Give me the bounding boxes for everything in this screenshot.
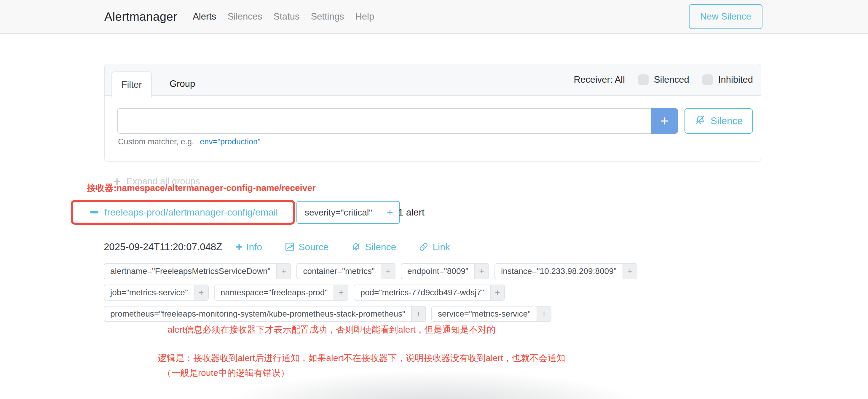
nav-item-alerts[interactable]: Alerts <box>193 11 216 22</box>
add-group-matcher-button[interactable]: + <box>380 202 399 223</box>
filter-options: Receiver: All Silenced Inhibited <box>574 64 753 95</box>
plus-icon: + <box>236 241 242 252</box>
alert-header-row: 2025-09-24T11:20:07.048Z + Info Source <box>104 237 450 257</box>
alert-label-tag: endpoint="8009"+ <box>401 263 489 279</box>
alert-label-text: alertname="FreeleapsMetricsServiceDown" <box>104 264 276 279</box>
link-button[interactable]: Link <box>418 242 450 252</box>
group-receiver-name: freeleaps-prod/alertmanager-config/email <box>104 207 278 218</box>
bell-slash-icon <box>351 242 361 252</box>
app-brand[interactable]: Alertmanager <box>104 10 177 23</box>
add-label-filter-button[interactable]: + <box>474 264 489 279</box>
tab-filter[interactable]: Filter <box>112 71 152 97</box>
chart-icon <box>285 242 295 252</box>
navbar: Alertmanager Alerts Silences Status Sett… <box>0 0 868 34</box>
source-button[interactable]: Source <box>285 242 329 252</box>
add-label-filter-button[interactable]: + <box>536 307 551 321</box>
add-label-filter-button[interactable]: + <box>276 264 290 279</box>
add-label-filter-button[interactable]: + <box>334 285 348 300</box>
receiver-filter[interactable]: Receiver: All <box>574 74 625 85</box>
add-label-filter-button[interactable]: + <box>623 264 637 279</box>
filter-silence-button[interactable]: Silence <box>684 108 753 134</box>
label-row: prometheus="freeleaps-monitoring-system/… <box>104 306 638 322</box>
link-icon <box>418 242 429 252</box>
matcher-input[interactable] <box>117 108 651 134</box>
alert-label-text: container="metrics" <box>297 264 381 279</box>
silence-alert-button[interactable]: Silence <box>351 242 396 252</box>
nav-item-settings[interactable]: Settings <box>311 11 344 22</box>
filter-silence-label: Silence <box>711 115 743 127</box>
collapse-group-button[interactable]: freeleaps-prod/alertmanager-config/email <box>73 207 278 218</box>
annotation-receiver-note: 接收器:namespace/altermanager-config-name/r… <box>87 182 316 194</box>
silenced-checkbox[interactable] <box>638 74 649 85</box>
alert-labels: alertname="FreeleapsMetricsServiceDown"+… <box>104 263 638 327</box>
annotation-logic-note: 逻辑是：接收器收到alert后进行通知，如果alert不在接收器下，说明接收器没… <box>158 352 565 364</box>
alert-label-tag: prometheus="freeleaps-monitoring-system/… <box>104 306 426 322</box>
bell-slash-icon <box>694 114 706 128</box>
alert-label-text: job="metrics-service" <box>104 285 194 300</box>
add-label-filter-button[interactable]: + <box>490 285 504 300</box>
alert-label-tag: namespace="freeleaps-prod"+ <box>214 284 349 301</box>
group-matcher-text: severity="critical" <box>297 202 380 223</box>
alert-label-tag: container="metrics"+ <box>297 263 396 279</box>
alert-label-tag: pod="metrics-77d9cdb497-wdsj7"+ <box>354 284 505 301</box>
label-row: job="metrics-service"+namespace="freelea… <box>104 284 638 301</box>
annotation-logic-note-2: （一般是route中的逻辑有错误） <box>162 367 289 379</box>
alert-label-text: endpoint="8009" <box>401 264 474 279</box>
alert-label-text: pod="metrics-77d9cdb497-wdsj7" <box>354 285 490 300</box>
filter-card-header: Filter Group Receiver: All Silenced Inhi… <box>105 64 761 96</box>
page: Alertmanager Alerts Silences Status Sett… <box>0 0 868 399</box>
alert-actions: + Info Source <box>236 241 450 252</box>
nav-item-status[interactable]: Status <box>274 11 300 22</box>
alert-label-tag: service="metrics-service"+ <box>431 306 551 322</box>
matcher-helper: Custom matcher, e.g. env="production" <box>118 137 260 147</box>
alert-label-text: namespace="freeleaps-prod" <box>215 285 334 300</box>
alert-label-text: service="metrics-service" <box>432 307 536 321</box>
tab-group[interactable]: Group <box>162 71 203 96</box>
inhibited-toggle[interactable]: Inhibited <box>702 74 753 85</box>
silenced-label: Silenced <box>654 74 689 85</box>
alert-label-tag: instance="10.233.98.209:8009"+ <box>494 263 638 279</box>
annotation-alert-note: alert信息必须在接收器下才表示配置成功，否则即使能看到alert，但是通知是… <box>167 324 496 336</box>
matcher-example-link[interactable]: env="production" <box>200 137 260 146</box>
group-matcher-chip: severity="critical" + <box>297 201 400 224</box>
minus-icon <box>90 211 98 213</box>
filter-card: Filter Group Receiver: All Silenced Inhi… <box>104 64 761 161</box>
alert-label-text: instance="10.233.98.209:8009" <box>495 264 623 279</box>
alert-label-tag: job="metrics-service"+ <box>104 284 209 301</box>
alert-timestamp: 2025-09-24T11:20:07.048Z <box>104 241 222 252</box>
new-silence-button[interactable]: New Silence <box>689 4 763 29</box>
alert-label-text: prometheus="freeleaps-monitoring-system/… <box>104 307 411 321</box>
matcher-helper-text: Custom matcher, e.g. <box>118 137 194 146</box>
annotation-highlight-box: freeleaps-prod/alertmanager-config/email <box>71 200 295 225</box>
silenced-toggle[interactable]: Silenced <box>638 74 689 85</box>
add-label-filter-button[interactable]: + <box>194 285 208 300</box>
add-label-filter-button[interactable]: + <box>411 307 425 321</box>
add-matcher-button[interactable]: + <box>651 108 678 134</box>
nav-item-help[interactable]: Help <box>355 11 374 22</box>
info-button[interactable]: + Info <box>236 241 262 252</box>
label-row: alertname="FreeleapsMetricsServiceDown"+… <box>104 263 638 279</box>
nav-item-silences[interactable]: Silences <box>227 11 262 22</box>
alert-count: 1 alert <box>398 201 425 224</box>
main-nav: Alerts Silences Status Settings Help <box>193 11 374 22</box>
alert-label-tag: alertname="FreeleapsMetricsServiceDown"+ <box>104 263 291 279</box>
add-label-filter-button[interactable]: + <box>381 264 395 279</box>
inhibited-label: Inhibited <box>718 74 753 85</box>
inhibited-checkbox[interactable] <box>702 74 713 85</box>
